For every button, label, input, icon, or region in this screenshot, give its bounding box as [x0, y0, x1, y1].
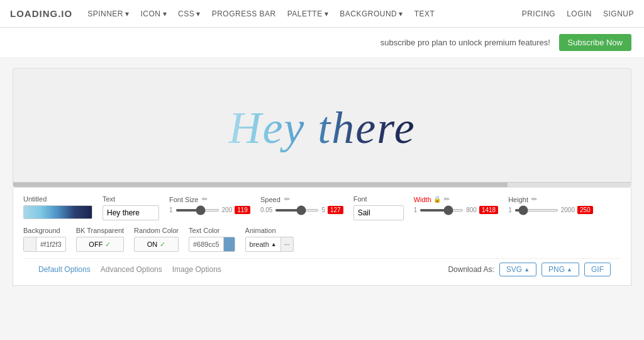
speed-edit-icon[interactable]: ✏: [284, 195, 290, 203]
width-min: 1: [414, 207, 418, 213]
height-slider[interactable]: [514, 209, 558, 212]
tab-default-options[interactable]: Default Options: [33, 263, 96, 276]
nav-pricing[interactable]: PRICING: [522, 9, 556, 18]
font-size-slider[interactable]: [175, 209, 219, 212]
nav-spinner[interactable]: SPINNER ▾: [87, 9, 129, 18]
project-group: Untitled: [23, 195, 92, 219]
text-color-value: #689cc5: [189, 241, 223, 248]
nav-signup[interactable]: SIGNUP: [603, 9, 634, 18]
options-tabs: Default Options Advanced Options Image O…: [33, 263, 448, 276]
height-range-container: 1 2000 250: [508, 206, 593, 214]
controls-row-1: Untitled Text Font Size ✏ 1 200 119 Spee: [23, 195, 621, 220]
lock-icon: 🔒: [433, 196, 441, 203]
nav-palette[interactable]: PALETTE ▾: [287, 9, 328, 18]
height-max: 2000: [561, 207, 575, 213]
width-edit-icon[interactable]: ✏: [444, 195, 450, 203]
chevron-up-icon: ▲: [271, 241, 277, 247]
text-color-label: Text Color: [189, 227, 235, 234]
text-input[interactable]: [103, 205, 159, 220]
site-logo[interactable]: LOADING.IO: [10, 8, 72, 19]
tab-image-options[interactable]: Image Options: [167, 263, 226, 276]
bk-trans-toggle[interactable]: OFF ✓: [76, 237, 124, 252]
speed-group: Speed ✏ 0.05 5 127: [260, 195, 343, 214]
font-input[interactable]: [353, 205, 404, 220]
download-gif-button[interactable]: GIF: [584, 263, 611, 276]
bk-transparent-group: BK Transparent OFF ✓: [76, 227, 124, 252]
bg-value: #f1f2f3: [36, 241, 65, 248]
color-swatch[interactable]: [23, 205, 92, 219]
speed-range-container: 0.05 5 127: [260, 206, 343, 214]
scrollbar-thumb[interactable]: [13, 183, 508, 187]
height-group: Height ✏ 1 2000 250: [508, 195, 593, 214]
bk-trans-label: BK Transparent: [76, 227, 124, 234]
bg-input-wrap[interactable]: #f1f2f3: [23, 237, 66, 252]
preview-canvas: Hey there: [13, 68, 631, 188]
height-edit-icon[interactable]: ✏: [531, 195, 537, 203]
text-color-input[interactable]: #689cc5: [189, 237, 235, 252]
speed-max: 5: [321, 207, 325, 213]
width-group: Width 🔒 ✏ 1 800 1418: [414, 195, 499, 214]
bg-color-box: [24, 237, 36, 251]
text-color-group: Text Color #689cc5: [189, 227, 235, 252]
nav-text[interactable]: TEXT: [414, 9, 435, 18]
font-size-range-container: 1 200 119: [169, 206, 250, 214]
animation-side-button[interactable]: ···: [280, 237, 293, 251]
chevron-up-icon: ▲: [567, 266, 572, 273]
width-slider[interactable]: [419, 209, 464, 212]
chevron-down-icon: ▾: [163, 9, 167, 18]
text-label: Text: [103, 195, 159, 203]
tab-advanced-options[interactable]: Advanced Options: [96, 263, 167, 276]
nav-right: PRICING LOGIN SIGNUP: [522, 9, 634, 18]
bg-label: Background: [23, 227, 66, 234]
width-range-container: 1 800 1418: [414, 206, 499, 214]
download-svg-button[interactable]: SVG ▲: [499, 263, 536, 276]
animation-group: Animation breath ▲ ···: [245, 227, 294, 252]
preview-scrollbar[interactable]: [13, 182, 631, 187]
bk-trans-value: OFF: [89, 241, 103, 248]
text-group: Text: [103, 195, 159, 220]
random-color-group: Random Color ON ✓: [134, 227, 179, 252]
random-color-label: Random Color: [134, 227, 179, 234]
nav-login[interactable]: LOGIN: [567, 9, 592, 18]
nav-background[interactable]: BACKGROUND ▾: [340, 9, 403, 18]
speed-value: 127: [328, 206, 343, 214]
font-size-group: Font Size ✏ 1 200 119: [169, 195, 250, 214]
height-value: 250: [577, 206, 593, 214]
font-label: Font: [353, 195, 404, 203]
controls-row-2: Background #f1f2f3 BK Transparent OFF ✓ …: [23, 227, 621, 252]
subscribe-button[interactable]: Subscribe Now: [559, 34, 631, 51]
font-size-min: 1: [169, 207, 173, 213]
font-group: Font: [353, 195, 404, 220]
download-png-button[interactable]: PNG ▲: [541, 263, 579, 276]
download-section: Download As: SVG ▲ PNG ▲ GIF: [448, 263, 611, 276]
chevron-up-icon: ▲: [524, 266, 530, 273]
preview-text: Hey there: [228, 102, 415, 154]
width-label: Width: [414, 196, 431, 203]
project-label: Untitled: [23, 195, 92, 203]
bottom-row: Default Options Advanced Options Image O…: [23, 258, 621, 279]
nav-progress-bar[interactable]: PROGRESS BAR: [212, 9, 276, 18]
width-value: 1418: [479, 206, 498, 214]
nav-css[interactable]: CSS ▾: [178, 9, 201, 18]
animation-select[interactable]: breath ▲ ···: [245, 237, 294, 252]
font-size-value: 119: [235, 206, 250, 214]
chevron-down-icon: ▾: [125, 9, 130, 18]
text-color-dot: [223, 237, 235, 251]
font-size-edit-icon[interactable]: ✏: [202, 195, 208, 203]
speed-slider[interactable]: [275, 209, 319, 212]
nav-icon[interactable]: ICON ▾: [141, 9, 167, 18]
font-size-max: 200: [222, 207, 233, 213]
animation-label: Animation: [245, 227, 294, 234]
promo-text: subscribe pro plan to unlock premium fea…: [380, 38, 550, 47]
promo-banner: subscribe pro plan to unlock premium fea…: [0, 28, 644, 58]
random-color-value: ON: [147, 241, 158, 248]
width-max2: 800: [466, 207, 477, 213]
nav-items: SPINNER ▾ ICON ▾ CSS ▾ PROGRESS BAR PALE…: [87, 9, 521, 18]
chevron-down-icon: ▾: [399, 9, 403, 18]
speed-min: 0.05: [260, 207, 272, 213]
top-navigation: LOADING.IO SPINNER ▾ ICON ▾ CSS ▾ PROGRE…: [0, 0, 644, 28]
chevron-down-icon: ▾: [325, 9, 329, 18]
height-min: 1: [508, 207, 512, 213]
random-check-icon: ✓: [160, 241, 165, 249]
random-color-toggle[interactable]: ON ✓: [134, 237, 179, 252]
